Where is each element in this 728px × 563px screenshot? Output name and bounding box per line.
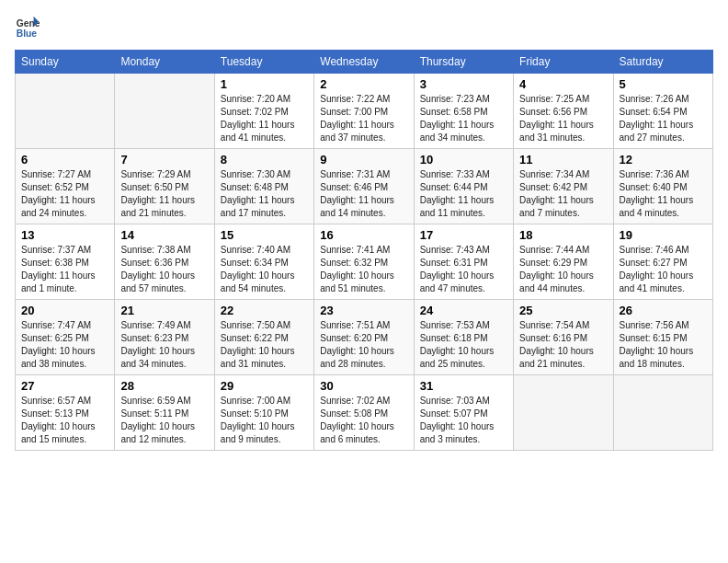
svg-text:Blue: Blue (17, 29, 38, 39)
day-cell (16, 74, 115, 149)
day-number: 1 (221, 77, 308, 91)
day-cell: 14Sunrise: 7:38 AM Sunset: 6:36 PM Dayli… (115, 224, 214, 300)
day-cell: 3Sunrise: 7:23 AM Sunset: 6:58 PM Daylig… (414, 74, 513, 149)
day-info: Sunrise: 7:41 AM Sunset: 6:32 PM Dayligh… (320, 244, 407, 295)
day-number: 19 (620, 228, 707, 242)
day-number: 24 (420, 304, 507, 317)
day-cell: 5Sunrise: 7:26 AM Sunset: 6:54 PM Daylig… (613, 74, 712, 149)
day-cell: 25Sunrise: 7:54 AM Sunset: 6:16 PM Dayli… (514, 300, 613, 375)
day-info: Sunrise: 7:49 AM Sunset: 6:23 PM Dayligh… (120, 319, 208, 371)
day-cell: 8Sunrise: 7:30 AM Sunset: 6:48 PM Daylig… (214, 149, 313, 224)
day-info: Sunrise: 7:34 AM Sunset: 6:42 PM Dayligh… (519, 168, 607, 220)
day-info: Sunrise: 7:50 AM Sunset: 6:22 PM Dayligh… (221, 319, 308, 371)
day-number: 7 (120, 153, 208, 167)
day-info: Sunrise: 7:25 AM Sunset: 6:56 PM Dayligh… (519, 93, 607, 144)
day-info: Sunrise: 7:40 AM Sunset: 6:34 PM Dayligh… (221, 244, 308, 295)
day-info: Sunrise: 6:57 AM Sunset: 5:13 PM Dayligh… (21, 395, 108, 446)
day-info: Sunrise: 7:36 AM Sunset: 6:40 PM Dayligh… (620, 168, 707, 220)
day-number: 15 (221, 228, 308, 242)
day-info: Sunrise: 6:59 AM Sunset: 5:11 PM Dayligh… (120, 395, 208, 446)
day-cell: 26Sunrise: 7:56 AM Sunset: 6:15 PM Dayli… (613, 300, 712, 375)
day-number: 8 (221, 153, 308, 167)
day-number: 13 (21, 228, 108, 242)
calendar-table: SundayMondayTuesdayWednesdayThursdayFrid… (15, 50, 713, 451)
day-info: Sunrise: 7:38 AM Sunset: 6:36 PM Dayligh… (120, 244, 208, 295)
day-info: Sunrise: 7:44 AM Sunset: 6:29 PM Dayligh… (519, 244, 607, 295)
day-cell: 11Sunrise: 7:34 AM Sunset: 6:42 PM Dayli… (514, 149, 613, 224)
day-cell: 21Sunrise: 7:49 AM Sunset: 6:23 PM Dayli… (115, 300, 214, 375)
week-row-2: 6Sunrise: 7:27 AM Sunset: 6:52 PM Daylig… (16, 149, 713, 224)
day-number: 28 (120, 379, 208, 393)
day-number: 21 (120, 304, 208, 317)
day-number: 16 (320, 228, 407, 242)
day-number: 9 (320, 153, 407, 167)
logo-icon: General Blue (15, 15, 40, 40)
day-cell: 15Sunrise: 7:40 AM Sunset: 6:34 PM Dayli… (214, 224, 313, 300)
day-number: 3 (420, 77, 507, 91)
day-info: Sunrise: 7:26 AM Sunset: 6:54 PM Dayligh… (620, 93, 707, 144)
column-header-wednesday: Wednesday (314, 51, 414, 74)
day-info: Sunrise: 7:53 AM Sunset: 6:18 PM Dayligh… (420, 319, 507, 371)
day-info: Sunrise: 7:03 AM Sunset: 5:07 PM Dayligh… (420, 395, 507, 446)
day-cell: 31Sunrise: 7:03 AM Sunset: 5:07 PM Dayli… (414, 375, 513, 451)
day-number: 2 (320, 77, 407, 91)
day-cell: 30Sunrise: 7:02 AM Sunset: 5:08 PM Dayli… (314, 375, 414, 451)
day-cell: 6Sunrise: 7:27 AM Sunset: 6:52 PM Daylig… (16, 149, 115, 224)
column-header-saturday: Saturday (613, 51, 712, 74)
day-cell: 9Sunrise: 7:31 AM Sunset: 6:46 PM Daylig… (314, 149, 414, 224)
day-number: 26 (620, 304, 707, 317)
day-cell: 20Sunrise: 7:47 AM Sunset: 6:25 PM Dayli… (16, 300, 115, 375)
day-cell: 10Sunrise: 7:33 AM Sunset: 6:44 PM Dayli… (414, 149, 513, 224)
day-info: Sunrise: 7:37 AM Sunset: 6:38 PM Dayligh… (21, 244, 108, 295)
day-number: 14 (120, 228, 208, 242)
logo: General Blue (15, 15, 40, 40)
day-info: Sunrise: 7:02 AM Sunset: 5:08 PM Dayligh… (320, 395, 407, 446)
week-row-1: 1Sunrise: 7:20 AM Sunset: 7:02 PM Daylig… (16, 74, 713, 149)
day-cell: 13Sunrise: 7:37 AM Sunset: 6:38 PM Dayli… (16, 224, 115, 300)
day-cell: 16Sunrise: 7:41 AM Sunset: 6:32 PM Dayli… (314, 224, 414, 300)
day-number: 27 (21, 379, 108, 393)
day-cell: 4Sunrise: 7:25 AM Sunset: 6:56 PM Daylig… (514, 74, 613, 149)
day-number: 11 (519, 153, 607, 167)
day-cell: 29Sunrise: 7:00 AM Sunset: 5:10 PM Dayli… (214, 375, 313, 451)
day-cell (514, 375, 613, 451)
day-cell: 2Sunrise: 7:22 AM Sunset: 7:00 PM Daylig… (314, 74, 414, 149)
day-info: Sunrise: 7:54 AM Sunset: 6:16 PM Dayligh… (519, 319, 607, 371)
day-number: 4 (519, 77, 607, 91)
column-header-friday: Friday (514, 51, 613, 74)
day-info: Sunrise: 7:20 AM Sunset: 7:02 PM Dayligh… (221, 93, 308, 144)
week-row-4: 20Sunrise: 7:47 AM Sunset: 6:25 PM Dayli… (16, 300, 713, 375)
column-header-thursday: Thursday (414, 51, 513, 74)
day-number: 10 (420, 153, 507, 167)
column-header-monday: Monday (115, 51, 214, 74)
day-cell: 17Sunrise: 7:43 AM Sunset: 6:31 PM Dayli… (414, 224, 513, 300)
day-number: 30 (320, 379, 407, 393)
day-info: Sunrise: 7:56 AM Sunset: 6:15 PM Dayligh… (620, 319, 707, 371)
day-cell: 1Sunrise: 7:20 AM Sunset: 7:02 PM Daylig… (214, 74, 313, 149)
day-number: 25 (519, 304, 607, 317)
day-number: 22 (221, 304, 308, 317)
day-info: Sunrise: 7:22 AM Sunset: 7:00 PM Dayligh… (320, 93, 407, 144)
day-number: 6 (21, 153, 108, 167)
day-info: Sunrise: 7:29 AM Sunset: 6:50 PM Dayligh… (120, 168, 208, 220)
day-number: 31 (420, 379, 507, 393)
day-number: 23 (320, 304, 407, 317)
day-cell: 7Sunrise: 7:29 AM Sunset: 6:50 PM Daylig… (115, 149, 214, 224)
day-info: Sunrise: 7:47 AM Sunset: 6:25 PM Dayligh… (21, 319, 108, 371)
day-info: Sunrise: 7:30 AM Sunset: 6:48 PM Dayligh… (221, 168, 308, 220)
day-cell: 18Sunrise: 7:44 AM Sunset: 6:29 PM Dayli… (514, 224, 613, 300)
day-cell: 22Sunrise: 7:50 AM Sunset: 6:22 PM Dayli… (214, 300, 313, 375)
day-cell: 23Sunrise: 7:51 AM Sunset: 6:20 PM Dayli… (314, 300, 414, 375)
day-number: 5 (620, 77, 707, 91)
day-info: Sunrise: 7:51 AM Sunset: 6:20 PM Dayligh… (320, 319, 407, 371)
day-number: 17 (420, 228, 507, 242)
day-info: Sunrise: 7:43 AM Sunset: 6:31 PM Dayligh… (420, 244, 507, 295)
page-header: General Blue (15, 15, 713, 40)
day-cell: 12Sunrise: 7:36 AM Sunset: 6:40 PM Dayli… (613, 149, 712, 224)
day-cell: 27Sunrise: 6:57 AM Sunset: 5:13 PM Dayli… (16, 375, 115, 451)
day-cell: 24Sunrise: 7:53 AM Sunset: 6:18 PM Dayli… (414, 300, 513, 375)
day-cell (115, 74, 214, 149)
day-number: 29 (221, 379, 308, 393)
column-header-tuesday: Tuesday (214, 51, 313, 74)
day-cell: 19Sunrise: 7:46 AM Sunset: 6:27 PM Dayli… (613, 224, 712, 300)
